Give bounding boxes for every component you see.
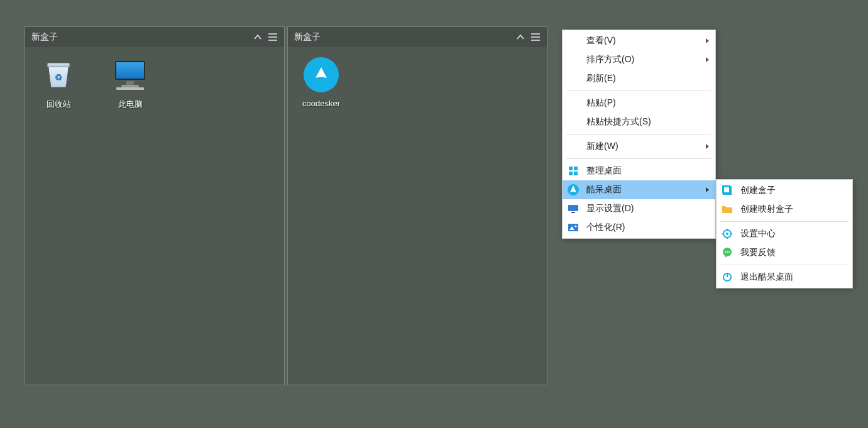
box-title: 新盒子 xyxy=(294,31,513,43)
submenu-item-create-map-box[interactable]: 创建映射盒子 xyxy=(717,200,852,219)
menu-item-label: 粘贴(P) xyxy=(586,97,616,109)
recycle-bin-item[interactable]: ♻ 回收站 xyxy=(30,55,87,110)
picture-icon xyxy=(568,222,579,233)
menu-separator xyxy=(720,221,849,222)
menu-item-label: 显示设置(D) xyxy=(586,203,634,214)
svg-rect-2 xyxy=(569,172,573,175)
hamburger-icon xyxy=(268,33,278,41)
menu-item-label: 酷呆桌面 xyxy=(586,184,622,195)
menu-button[interactable] xyxy=(528,30,543,45)
menu-item-label: 粘贴快捷方式(S) xyxy=(586,116,651,128)
svg-rect-1 xyxy=(574,167,578,170)
svg-rect-5 xyxy=(568,205,578,211)
menu-item-label: 排序方式(O) xyxy=(586,54,634,65)
submenu-item-settings[interactable]: 设置中心 xyxy=(717,224,852,243)
menu-item-sort[interactable]: 排序方式(O) xyxy=(563,50,715,69)
desktop-box[interactable]: 新盒子 coodesker xyxy=(287,26,547,385)
menu-separator xyxy=(566,158,711,159)
menu-item-new[interactable]: 新建(W) xyxy=(563,137,715,156)
svg-point-19 xyxy=(725,251,726,253)
sail-icon xyxy=(568,184,579,195)
menu-separator xyxy=(566,91,711,91)
this-pc-item[interactable]: 此电脑 xyxy=(102,55,158,110)
svg-rect-0 xyxy=(569,167,573,170)
desktop-box[interactable]: 新盒子 ♻ 回收站 此电脑 xyxy=(25,26,285,385)
menu-separator xyxy=(720,265,849,265)
desktop-context-menu[interactable]: 查看(V) 排序方式(O) 刷新(E) 粘贴(P) 粘贴快捷方式(S) 新建(W… xyxy=(562,30,716,239)
svg-point-9 xyxy=(574,225,576,227)
menu-item-paste[interactable]: 粘贴(P) xyxy=(563,94,715,112)
menu-item-coodesker[interactable]: 酷呆桌面 xyxy=(563,180,715,199)
svg-point-21 xyxy=(728,251,730,253)
svg-rect-7 xyxy=(568,224,578,231)
chevron-up-icon xyxy=(253,33,262,41)
submenu-item-create-box[interactable]: 创建盒子 xyxy=(717,181,852,200)
menu-item-label: 设置中心 xyxy=(740,228,776,239)
box-header[interactable]: 新盒子 xyxy=(25,27,284,47)
collapse-button[interactable] xyxy=(513,30,528,45)
sail-icon xyxy=(312,65,331,84)
menu-item-label: 创建盒子 xyxy=(740,185,776,196)
svg-rect-3 xyxy=(574,172,578,175)
menu-item-organize-desktop[interactable]: 整理桌面 xyxy=(563,162,715,180)
menu-item-label: 退出酷呆桌面 xyxy=(740,272,793,283)
menu-item-display-settings[interactable]: 显示设置(D) xyxy=(563,199,715,218)
grid-icon xyxy=(568,165,579,177)
power-icon xyxy=(722,272,733,283)
chevron-up-icon xyxy=(516,33,525,41)
item-label: 回收站 xyxy=(47,99,71,110)
menu-item-refresh[interactable]: 刷新(E) xyxy=(563,69,715,88)
collapse-button[interactable] xyxy=(250,30,265,45)
submenu-item-exit[interactable]: 退出酷呆桌面 xyxy=(717,268,852,287)
gear-icon xyxy=(722,228,733,239)
menu-separator xyxy=(566,134,711,134)
menu-item-label: 整理桌面 xyxy=(586,165,622,177)
svg-rect-6 xyxy=(571,212,575,213)
coodesker-submenu[interactable]: 创建盒子 创建映射盒子 设置中心 我要反馈 退出酷呆桌面 xyxy=(716,179,853,288)
speech-icon xyxy=(722,247,733,258)
coodesker-icon xyxy=(301,55,341,95)
menu-item-label: 我要反馈 xyxy=(740,247,776,258)
menu-item-label: 刷新(E) xyxy=(586,73,616,84)
menu-button[interactable] xyxy=(265,30,280,45)
menu-item-personalize[interactable]: 个性化(R) xyxy=(563,218,715,237)
computer-icon xyxy=(110,55,150,95)
menu-item-label: 查看(V) xyxy=(586,35,616,47)
menu-item-label: 个性化(R) xyxy=(586,222,625,233)
box-body[interactable]: coodesker xyxy=(288,47,547,385)
box-header[interactable]: 新盒子 xyxy=(288,27,547,47)
box-title: 新盒子 xyxy=(31,31,250,43)
folder-icon xyxy=(722,204,733,215)
menu-item-view[interactable]: 查看(V) xyxy=(563,31,715,50)
box-icon xyxy=(722,185,733,196)
svg-point-13 xyxy=(726,233,728,235)
item-label: 此电脑 xyxy=(118,99,143,110)
coodesker-item[interactable]: coodesker xyxy=(293,55,349,108)
monitor-icon xyxy=(568,203,579,214)
recycle-bin-icon: ♻ xyxy=(38,55,79,95)
submenu-item-feedback[interactable]: 我要反馈 xyxy=(717,243,852,262)
menu-item-label: 新建(W) xyxy=(586,141,618,152)
menu-item-label: 创建映射盒子 xyxy=(740,204,793,215)
box-body[interactable]: ♻ 回收站 此电脑 xyxy=(25,47,284,385)
hamburger-icon xyxy=(530,33,541,41)
svg-point-20 xyxy=(727,251,728,253)
menu-item-paste-shortcut[interactable]: 粘贴快捷方式(S) xyxy=(563,112,715,131)
item-label: coodesker xyxy=(302,99,340,108)
